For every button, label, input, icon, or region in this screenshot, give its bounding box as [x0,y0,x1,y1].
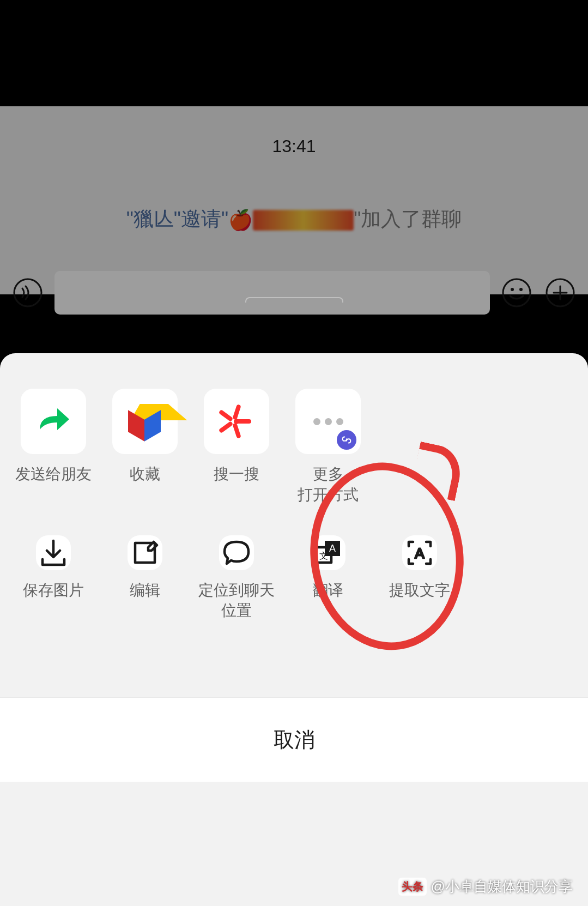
voice-button[interactable] [11,276,45,310]
favorite[interactable]: 收藏 [107,389,183,505]
chat-text-input[interactable] [54,271,490,315]
svg-point-1 [503,279,530,306]
action-row-1: 发送给朋友 收藏 搜一搜 [0,389,588,505]
search-icon [204,389,269,454]
system-message: "獵亾"邀请"🍎"加入了群聊 [0,206,588,233]
search[interactable]: 搜一搜 [198,389,275,505]
save-image[interactable]: 保存图片 [15,535,92,621]
apple-emoji: 🍎 [228,209,253,231]
more-icon [295,389,361,454]
extract-text-icon: A [402,535,437,570]
miniprogram-badge-icon [337,430,356,450]
action-row-2: 保存图片 编辑 定位到聊天 位置 A文 翻译 A 提取文字 [0,535,588,621]
locate-in-chat[interactable]: 定位到聊天 位置 [198,535,275,621]
share-to-friend[interactable]: 发送给朋友 [15,389,92,505]
action-sheet: 发送给朋友 收藏 搜一搜 [0,353,588,906]
redacted-name [253,210,354,231]
translate[interactable]: A文 翻译 [290,535,366,621]
download-icon [36,535,71,570]
svg-point-3 [519,288,523,291]
share-icon [21,389,86,454]
watermark: 头条 @小卓自媒体知识分享 [398,877,573,896]
sheet-handle [245,297,343,303]
edit-icon [128,535,162,570]
svg-text:A: A [329,543,336,554]
chat-bubble-icon [219,535,254,570]
plus-button[interactable] [543,276,577,310]
translate-icon: A文 [311,535,345,570]
svg-point-2 [511,288,514,291]
chat-background: 13:41 "獵亾"邀请"🍎"加入了群聊 [0,106,588,294]
status-time: 13:41 [0,106,588,156]
watermark-badge: 头条 [398,878,427,896]
svg-text:文: 文 [319,551,328,560]
cancel-button[interactable]: 取消 [0,697,588,782]
svg-text:A: A [415,545,425,561]
favorite-icon [112,389,178,454]
emoji-button[interactable] [500,276,534,310]
edit[interactable]: 编辑 [107,535,183,621]
watermark-text: @小卓自媒体知识分享 [431,877,573,896]
chat-input-bar [0,271,588,315]
more-open-methods[interactable]: 更多 打开方式 [290,389,366,505]
extract-text[interactable]: A 提取文字 [381,535,458,621]
